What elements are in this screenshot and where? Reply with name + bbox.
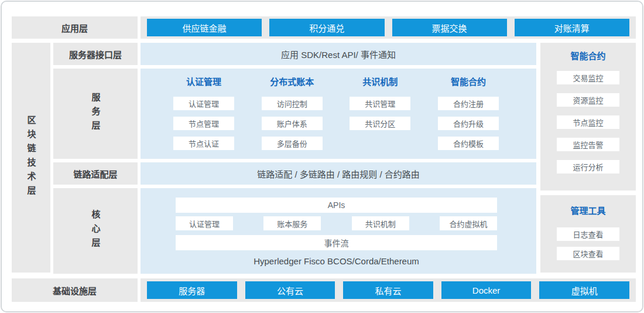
app-button-supply-chain-finance: 供应链金融 — [147, 19, 262, 36]
infra-layer-label: 基础设施层 — [12, 278, 138, 302]
monitor-item: 节点监控 — [557, 115, 619, 129]
app-layer-button-row: 供应链金融 积分通兑 票据交换 对账清算 — [141, 16, 636, 39]
infra-button-server: 服务器 — [147, 281, 237, 299]
core-platforms-text: Hyperledger Fisco BCOS/Corda/Ethereum — [176, 255, 497, 268]
link-adapter-layer-content: 链路适配 / 多链路由 / 路由规则 / 合约路由 — [141, 162, 536, 185]
infra-button-public-cloud: 公有云 — [245, 281, 335, 299]
app-button-points-exchange: 积分通兑 — [269, 19, 384, 36]
service-item: 节点管理 — [173, 117, 234, 130]
infra-layer-button-row: 服务器 公有云 私有云 Docker 虚拟机 — [141, 278, 636, 302]
server-interface-layer-content: 应用 SDK/Rest API/ 事件通知 — [141, 43, 536, 65]
server-interface-layer-label: 服务器接口层 — [53, 43, 138, 65]
tools-panel-header: 管理工具 — [570, 205, 605, 217]
service-layer-label: 服务层 — [53, 69, 138, 159]
app-button-reconciliation-clearing: 对账清算 — [515, 19, 629, 36]
service-column-ledger: 分布式账本 访问控制 账户体系 多层备份 — [262, 76, 323, 159]
monitor-panel-header: 智能合约 — [570, 50, 605, 63]
app-button-bill-exchange: 票据交换 — [392, 19, 507, 36]
service-item: 访问控制 — [262, 97, 323, 110]
service-column-contract: 智能合约 合约注册 合约升级 合约模板 — [438, 76, 499, 159]
app-layer-label: 应用层 — [12, 16, 138, 39]
service-column-contract-header: 智能合约 — [451, 76, 486, 89]
service-column-consensus: 共识机制 共识管理 共识分区 — [350, 76, 410, 159]
service-item: 节点认证 — [173, 137, 234, 150]
service-item: 共识管理 — [350, 97, 410, 110]
service-item: 合约升级 — [438, 117, 499, 130]
service-item: 合约模板 — [438, 137, 499, 150]
core-item: 合约虚拟机 — [440, 216, 497, 230]
infra-button-docker: Docker — [441, 281, 532, 299]
service-item: 认证管理 — [173, 97, 234, 110]
service-column-consensus-header: 共识机制 — [362, 76, 398, 89]
link-adapter-layer-label: 链路适配层 — [53, 162, 138, 185]
tools-panel: 管理工具 日志查看 区块查看 — [540, 195, 636, 273]
core-apis-bar: APIs — [176, 198, 497, 213]
core-layer-label: 核心层 — [53, 188, 138, 274]
service-item: 共识分区 — [350, 117, 410, 130]
monitor-item: 监控告警 — [557, 138, 619, 151]
infra-button-private-cloud: 私有云 — [343, 281, 433, 299]
infra-button-vm: 虚拟机 — [539, 281, 629, 299]
core-item: 共识机制 — [352, 216, 409, 230]
tools-item: 区块查看 — [557, 247, 619, 260]
core-items-row: 认证管理 账本服务 共识机制 合约虚拟机 — [176, 216, 497, 230]
service-item: 账户体系 — [262, 117, 323, 130]
core-layer-panel: APIs 认证管理 账本服务 共识机制 合约虚拟机 事件流 Hyperledge… — [141, 188, 536, 274]
blockchain-tech-layer-label: 区块链技术层 — [12, 43, 50, 273]
service-item: 多层备份 — [262, 137, 323, 150]
monitor-panel: 智能合约 交易监控 资源监控 节点监控 监控告警 运行分析 — [540, 43, 636, 190]
monitor-item: 资源监控 — [557, 93, 619, 107]
service-column-auth: 认证管理 认证管理 节点管理 节点认证 — [173, 76, 234, 159]
core-event-stream-bar: 事件流 — [176, 235, 497, 250]
tools-item: 日志查看 — [557, 227, 619, 241]
service-layer-panel: 认证管理 认证管理 节点管理 节点认证 分布式账本 访问控制 账户体系 多层备份… — [141, 69, 536, 159]
service-column-ledger-header: 分布式账本 — [270, 76, 314, 89]
core-item: 认证管理 — [176, 216, 233, 230]
architecture-diagram: 应用层 供应链金融 积分通兑 票据交换 对账清算 区块链技术层 服务器接口层 应… — [1, 1, 643, 312]
monitor-item: 运行分析 — [557, 160, 619, 173]
service-column-auth-header: 认证管理 — [186, 76, 221, 89]
monitor-item: 交易监控 — [557, 71, 619, 84]
core-item: 账本服务 — [263, 216, 321, 230]
service-item: 合约注册 — [438, 97, 499, 110]
